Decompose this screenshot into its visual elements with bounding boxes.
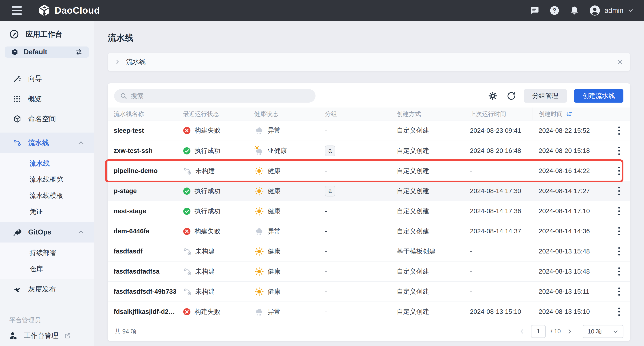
next-page-button[interactable] <box>566 328 574 336</box>
search-input[interactable] <box>131 92 310 100</box>
pipeline-name[interactable]: p-stage <box>114 187 137 195</box>
sidebar-item-workbench-admin[interactable]: 工作台管理 <box>0 326 94 346</box>
row-actions-button[interactable] <box>616 245 622 258</box>
table-row[interactable]: p-stage 执行成功 健康 a 自定义创建 2024-08-14 17:30… <box>108 181 630 201</box>
pipeline-name[interactable]: pipeline-demo <box>114 167 158 174</box>
health-status-label: 异常 <box>268 307 280 316</box>
pipeline-table: 流水线名称 最近运行状态 健康状态 分组 创建方式 上次运行时间 创建时间 sl… <box>108 108 630 322</box>
pipeline-name[interactable]: dem-6446fa <box>114 227 150 235</box>
sidebar-item-gray-release[interactable]: 灰度发布 <box>0 279 94 299</box>
table-row[interactable]: nest-stage 执行成功 健康 - 自定义创建 2024-08-14 17… <box>108 201 630 221</box>
filter-close-button[interactable] <box>617 59 624 65</box>
refresh-button[interactable] <box>506 90 517 101</box>
sidebar-item-pipeline-templates[interactable]: 流水线模板 <box>0 187 94 204</box>
menu-toggle-button[interactable] <box>10 5 23 16</box>
run-status-icon <box>183 308 191 316</box>
group-value: - <box>325 127 327 134</box>
row-actions-button[interactable] <box>616 265 622 278</box>
health-status-label: 异常 <box>268 126 280 135</box>
group-value: - <box>325 167 327 174</box>
run-status-label: 执行成功 <box>194 187 220 195</box>
sort-desc-icon[interactable] <box>566 111 572 117</box>
sidebar-item-overview[interactable]: 概览 <box>0 89 94 109</box>
workspace-switcher[interactable]: Default <box>5 46 89 58</box>
row-actions-button[interactable] <box>616 285 622 298</box>
row-actions-button[interactable] <box>616 144 622 158</box>
notifications-button[interactable] <box>570 6 579 15</box>
table-row[interactable]: fasdfasdf 未构建 健康 - 基于模板创建 - 2024-08-13 1… <box>108 241 630 261</box>
table-row[interactable]: pipeline-demo 未构建 健康 - 自定义创建 - 2024-08-1… <box>108 161 630 181</box>
sidebar-item-repositories[interactable]: 仓库 <box>0 261 94 277</box>
sidebar-item-label: 向导 <box>28 74 42 83</box>
feedback-button[interactable] <box>530 6 539 15</box>
group-value: - <box>325 227 327 235</box>
row-actions-button[interactable] <box>616 305 622 319</box>
table-row[interactable]: fasdfasdfadfsa 未构建 健康 - 自定义创建 - 2024-08-… <box>108 261 630 281</box>
chevron-right-icon <box>114 59 120 65</box>
col-header-group: 分组 <box>319 108 391 120</box>
last-run-time: 2024-08-14 14:37 <box>464 221 533 241</box>
pipeline-submenu: 流水线 流水线概览 流水线模板 凭证 <box>0 153 94 222</box>
col-header-run-status: 最近运行状态 <box>177 108 248 120</box>
table-row[interactable]: dem-6446fa 构建失败 异常 - 自定义创建 2024-08-14 14… <box>108 221 630 241</box>
health-status-icon <box>254 166 264 176</box>
create-method: 自定义创建 <box>391 201 464 221</box>
brand-name: DaoCloud <box>54 5 100 16</box>
pipeline-name[interactable]: zxw-test-ssh <box>114 147 152 155</box>
sidebar-group-label: GitOps <box>28 228 51 236</box>
pipeline-name[interactable]: fasdfasdf <box>114 248 142 255</box>
created-time: 2024-08-16 14:22 <box>533 161 608 181</box>
refresh-icon <box>506 91 516 101</box>
group-manage-button[interactable]: 分组管理 <box>524 89 567 103</box>
switch-workspace-icon[interactable] <box>74 48 83 56</box>
table-row[interactable]: sleep-test 构建失败 异常 - 自定义创建 2024-08-23 09… <box>108 121 630 141</box>
col-header-created[interactable]: 创建时间 <box>533 108 608 120</box>
table-settings-button[interactable] <box>487 90 498 101</box>
workbench-icon <box>9 29 19 39</box>
table-row[interactable]: fdsalkjflkasjldf-d241… 构建失败 异常 - 自定义创建 2… <box>108 302 630 322</box>
sidebar-item-namespace[interactable]: 命名空间 <box>0 109 94 129</box>
sidebar-item-continuous-deploy[interactable]: 持续部署 <box>0 245 94 261</box>
table-row[interactable]: fasdfasdfsdf-49b733 未构建 健康 - 自定义创建 - 202… <box>108 281 630 302</box>
page-size-select[interactable]: 10 项 <box>583 325 624 338</box>
pipeline-name[interactable]: nest-stage <box>114 207 146 215</box>
pipeline-name[interactable]: fasdfasdfsdf-49b733 <box>114 288 176 295</box>
row-actions-button[interactable] <box>616 224 622 238</box>
sidebar-item-credentials[interactable]: 凭证 <box>0 204 94 220</box>
sidebar-group-pipeline[interactable]: 流水线 <box>0 133 94 153</box>
pagination: 1 / 10 10 项 <box>518 325 624 338</box>
health-status-label: 异常 <box>268 227 280 236</box>
table-row[interactable]: zxw-test-ssh 执行成功 亚健康 a 自定义创建 2024-08-20… <box>108 141 630 161</box>
col-header-method: 创建方式 <box>391 108 464 120</box>
prev-page-button[interactable] <box>518 328 526 336</box>
gitops-submenu: 持续部署 仓库 <box>0 242 94 279</box>
sidebar-item-wizard[interactable]: 向导 <box>0 69 94 89</box>
sidebar-group-gitops[interactable]: GitOps <box>0 222 94 242</box>
row-actions-button[interactable] <box>616 184 622 198</box>
health-status-icon <box>254 247 264 256</box>
health-status-icon <box>254 186 264 196</box>
pipeline-name[interactable]: sleep-test <box>114 127 144 134</box>
page-input[interactable]: 1 <box>531 325 546 338</box>
health-status-icon <box>254 126 264 136</box>
sidebar-item-pipelines[interactable]: 流水线 <box>0 155 94 172</box>
question-circle-icon: ? <box>550 5 560 15</box>
sidebar-item-pipeline-overview[interactable]: 流水线概览 <box>0 172 94 187</box>
pipeline-name[interactable]: fdsalkjflkasjldf-d241… <box>114 308 177 315</box>
row-actions-button[interactable] <box>616 164 622 178</box>
filter-bar[interactable]: 流水线 <box>108 53 630 71</box>
col-header-health: 健康状态 <box>248 108 319 120</box>
row-actions-button[interactable] <box>616 124 622 138</box>
user-menu[interactable]: admin <box>590 5 634 16</box>
health-status-icon <box>254 287 264 297</box>
run-status-label: 未构建 <box>195 247 215 256</box>
row-actions-button[interactable] <box>616 204 622 218</box>
last-run-time: 2024-08-14 17:36 <box>464 201 533 221</box>
create-pipeline-button[interactable]: 创建流水线 <box>574 89 624 103</box>
chat-icon <box>530 6 539 15</box>
run-status-icon <box>183 147 191 155</box>
pipeline-name[interactable]: fasdfasdfadfsa <box>114 268 160 275</box>
run-status-icon <box>183 187 191 195</box>
search-box[interactable] <box>114 89 316 103</box>
help-button[interactable]: ? <box>550 5 560 15</box>
